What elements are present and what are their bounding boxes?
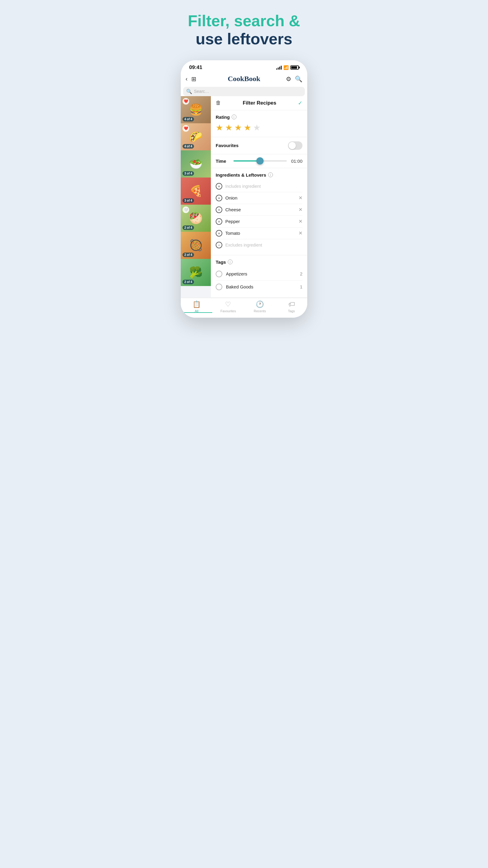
nav-tags-button[interactable]: 🏷 Tags (288, 301, 295, 313)
recipe-list: ❤️ 🍔 4 of 4 ❤️ 🌮 4 of 4 🥗 3 of 4 🍕 3 of … (181, 96, 211, 298)
headline: Filter, search & use leftovers (188, 12, 300, 48)
remove-pepper-button[interactable]: ✕ (298, 218, 302, 224)
nav-item-all[interactable]: 📋 All (181, 301, 213, 313)
headline-line2: use leftovers (188, 30, 300, 48)
ingredient-name-tomato: Tomato (225, 230, 295, 236)
remove-cheese-button[interactable]: ✕ (298, 207, 302, 213)
nav-recents-label: Recents (254, 309, 266, 313)
time-slider[interactable] (233, 160, 287, 161)
rating-section: Rating i ★ ★ ★ ★ ★ (211, 110, 307, 137)
stars-row[interactable]: ★ ★ ★ ★ ★ (216, 123, 302, 133)
add-icon: + (216, 195, 222, 201)
time-section: Time 01:00 (211, 154, 307, 168)
add-icon: + (216, 207, 222, 213)
filter-icon: ⚙ (286, 75, 291, 83)
phone-wrapper: 09:41 📶 ‹ ⊞ CookBook ⚙ (181, 60, 307, 318)
favourites-section: Favourites (211, 137, 307, 154)
recipe-badge: 3 of 4 (183, 198, 194, 203)
ingredients-label: Ingredients & Leftovers (216, 173, 266, 178)
nav-item-favourites[interactable]: ♡ Favourites (213, 301, 244, 313)
search-bar[interactable]: 🔍 Searc… (183, 87, 305, 96)
trash-icon: 🗑 (216, 100, 221, 106)
app-header: ‹ ⊞ CookBook ⚙ 🔍 (181, 73, 307, 86)
minus-icon: − (216, 242, 222, 248)
tag-count-appetizers: 2 (300, 271, 302, 276)
trash-button[interactable]: 🗑 (216, 100, 221, 106)
search-input-placeholder: Searc… (194, 89, 209, 94)
favourites-toggle[interactable] (288, 141, 302, 150)
nav-favourites-button[interactable]: ♡ Favourites (221, 301, 236, 313)
recipe-badge: 4 of 4 (183, 117, 194, 121)
heart-button[interactable]: ❤️ (183, 125, 189, 132)
star-1[interactable]: ★ (216, 123, 223, 133)
ingredients-section: Ingredients & Leftovers i + Includes ing… (211, 168, 307, 255)
tag-name-appetizers: Appetizers (226, 271, 247, 276)
bottom-nav: 📋 All ♡ Favourites 🕐 Recents 🏷 Tags (181, 298, 307, 318)
check-icon: ✓ (298, 100, 302, 106)
filter-header: 🗑 Filter Recipes ✓ (211, 96, 307, 110)
nav-item-recents[interactable]: 🕐 Recents (244, 301, 275, 313)
tag-row-baked-goods[interactable]: Baked Goods 1 (216, 281, 302, 293)
list-item: 🥘 2 of 4 (181, 232, 211, 259)
includes-add-row[interactable]: + Includes ingredient (216, 181, 302, 192)
headline-line1: Filter, search & (188, 12, 300, 30)
confirm-button[interactable]: ✓ (298, 100, 302, 106)
search-button[interactable]: 🔍 (295, 75, 302, 83)
list-item: ❤️ 🌮 4 of 4 (181, 123, 211, 150)
nav-tags-label: Tags (288, 309, 295, 313)
tag-row-appetizers[interactable]: Appetizers 2 (216, 268, 302, 281)
nav-favourites-icon: ♡ (225, 301, 231, 308)
filter-panel: 🗑 Filter Recipes ✓ Rating i ★ ★ ★ ★ (211, 96, 307, 298)
back-icon: ‹ (186, 75, 188, 82)
grid-view-button[interactable]: ⊞ (191, 75, 196, 83)
status-bar: 09:41 📶 (181, 60, 307, 73)
time-slider-thumb[interactable] (256, 157, 264, 164)
tag-radio-appetizers[interactable] (216, 271, 222, 277)
search-icon: 🔍 (295, 75, 302, 83)
list-item: 🥗 3 of 4 (181, 150, 211, 178)
star-2[interactable]: ★ (225, 123, 233, 133)
star-5[interactable]: ★ (253, 123, 261, 133)
favourites-label: Favourites (216, 143, 238, 148)
app-logo: CookBook (228, 75, 260, 83)
phone-content: ❤️ 🍔 4 of 4 ❤️ 🌮 4 of 4 🥗 3 of 4 🍕 3 of … (181, 96, 307, 298)
status-time: 09:41 (189, 64, 202, 70)
rating-label: Rating (216, 115, 230, 120)
remove-tomato-button[interactable]: ✕ (298, 230, 302, 236)
add-include-icon: + (216, 183, 222, 190)
nav-all-icon: 📋 (193, 301, 201, 308)
recipe-badge: 2 of 4 (183, 280, 194, 284)
heart-button[interactable]: ❤️ (183, 98, 189, 104)
heart-button[interactable]: 🤍 (183, 207, 189, 213)
excludes-placeholder: Excludes ingredient (225, 243, 302, 247)
list-item: ❤️ 🍔 4 of 4 (181, 96, 211, 123)
nav-recents-button[interactable]: 🕐 Recents (254, 301, 266, 313)
tag-radio-baked-goods[interactable] (216, 284, 222, 290)
back-button[interactable]: ‹ (186, 75, 188, 82)
tags-info-icon: i (228, 259, 233, 264)
filter-title: Filter Recipes (243, 100, 276, 106)
nav-favourites-label: Favourites (221, 309, 236, 313)
remove-onion-button[interactable]: ✕ (298, 195, 302, 201)
rating-info-icon: i (232, 115, 236, 119)
add-icon: + (216, 218, 222, 225)
ingredients-info-icon: i (268, 173, 273, 177)
status-icons: 📶 (276, 65, 299, 70)
star-4[interactable]: ★ (244, 123, 251, 133)
star-3[interactable]: ★ (234, 123, 242, 133)
nav-recents-icon: 🕐 (256, 301, 264, 308)
time-label: Time (216, 158, 226, 164)
ingredient-name-onion: Onion (225, 195, 295, 200)
excludes-add-row[interactable]: − Excludes ingredient (216, 239, 302, 251)
ingredient-name-cheese: Cheese (225, 207, 295, 212)
list-item: 🍕 3 of 4 (181, 178, 211, 205)
recipe-badge: 2 of 4 (183, 253, 194, 257)
nav-item-tags[interactable]: 🏷 Tags (275, 301, 307, 313)
wifi-icon: 📶 (284, 65, 289, 70)
ingredient-row-tomato: + Tomato ✕ (216, 227, 302, 239)
signal-icon (276, 65, 282, 70)
nav-all-button[interactable]: 📋 All (193, 301, 201, 313)
recipe-badge: 4 of 4 (183, 144, 194, 149)
filter-button[interactable]: ⚙ (286, 75, 291, 83)
battery-icon (290, 65, 299, 70)
